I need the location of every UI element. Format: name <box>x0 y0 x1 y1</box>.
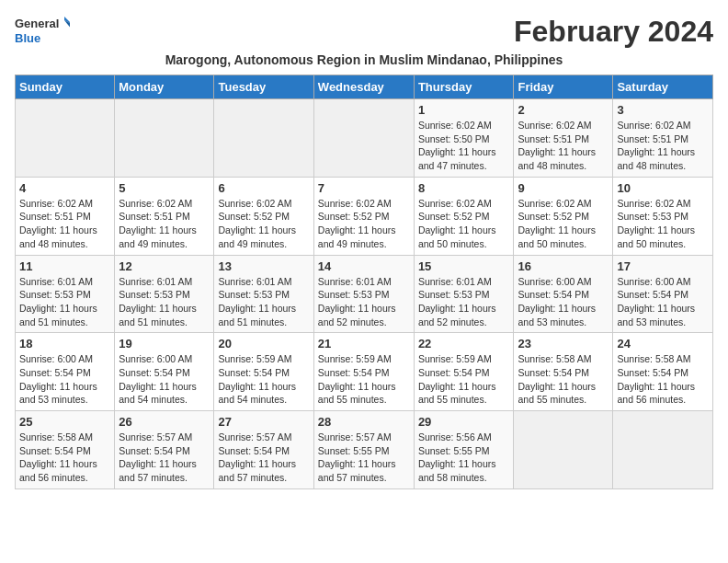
logo-svg: General Blue <box>15 15 70 48</box>
calendar-cell: 18Sunrise: 6:00 AMSunset: 5:54 PMDayligh… <box>16 333 115 411</box>
calendar-cell: 11Sunrise: 6:01 AMSunset: 5:53 PMDayligh… <box>16 255 115 333</box>
day-info: Sunrise: 6:00 AMSunset: 5:54 PMDaylight:… <box>518 275 609 329</box>
day-number: 28 <box>318 415 410 429</box>
calendar-cell: 23Sunrise: 5:58 AMSunset: 5:54 PMDayligh… <box>514 333 613 411</box>
day-info: Sunrise: 5:57 AMSunset: 5:55 PMDaylight:… <box>318 431 410 485</box>
day-info: Sunrise: 5:58 AMSunset: 5:54 PMDaylight:… <box>518 352 609 407</box>
month-title: February 2024 <box>514 15 713 49</box>
calendar-cell: 8Sunrise: 6:02 AMSunset: 5:52 PMDaylight… <box>414 177 514 255</box>
day-number: 22 <box>418 337 510 350</box>
day-info: Sunrise: 5:59 AMSunset: 5:54 PMDaylight:… <box>318 352 410 407</box>
day-number: 16 <box>518 259 609 273</box>
calendar-cell: 16Sunrise: 6:00 AMSunset: 5:54 PMDayligh… <box>514 255 613 333</box>
calendar-cell: 19Sunrise: 6:00 AMSunset: 5:54 PMDayligh… <box>115 333 214 411</box>
calendar-cell: 28Sunrise: 5:57 AMSunset: 5:55 PMDayligh… <box>313 411 414 489</box>
day-number: 3 <box>617 103 709 117</box>
day-info: Sunrise: 6:02 AMSunset: 5:52 PMDaylight:… <box>418 197 510 251</box>
day-number: 25 <box>19 415 110 429</box>
weekday-thursday: Thursday <box>414 75 514 99</box>
calendar-cell <box>613 411 713 489</box>
day-info: Sunrise: 6:00 AMSunset: 5:54 PMDaylight:… <box>19 352 110 407</box>
calendar-cell: 26Sunrise: 5:57 AMSunset: 5:54 PMDayligh… <box>115 411 214 489</box>
day-number: 15 <box>418 259 510 273</box>
day-info: Sunrise: 6:02 AMSunset: 5:51 PMDaylight:… <box>518 119 609 173</box>
day-number: 27 <box>218 415 309 429</box>
day-info: Sunrise: 6:01 AMSunset: 5:53 PMDaylight:… <box>19 275 110 329</box>
weekday-wednesday: Wednesday <box>313 75 414 99</box>
calendar-cell: 15Sunrise: 6:01 AMSunset: 5:53 PMDayligh… <box>414 255 514 333</box>
day-number: 8 <box>418 181 510 195</box>
calendar-cell: 25Sunrise: 5:58 AMSunset: 5:54 PMDayligh… <box>16 411 115 489</box>
day-info: Sunrise: 6:02 AMSunset: 5:52 PMDaylight:… <box>218 197 309 251</box>
day-info: Sunrise: 5:56 AMSunset: 5:55 PMDaylight:… <box>418 431 510 485</box>
day-info: Sunrise: 6:01 AMSunset: 5:53 PMDaylight:… <box>418 275 510 329</box>
day-info: Sunrise: 6:00 AMSunset: 5:54 PMDaylight:… <box>119 352 210 407</box>
calendar-cell <box>16 99 115 178</box>
day-info: Sunrise: 6:02 AMSunset: 5:51 PMDaylight:… <box>19 197 110 251</box>
day-number: 10 <box>617 181 709 195</box>
day-number: 1 <box>418 103 510 117</box>
calendar-cell: 1Sunrise: 6:02 AMSunset: 5:50 PMDaylight… <box>414 99 514 178</box>
day-info: Sunrise: 5:58 AMSunset: 5:54 PMDaylight:… <box>617 352 709 407</box>
calendar: SundayMondayTuesdayWednesdayThursdayFrid… <box>15 75 713 489</box>
day-info: Sunrise: 6:02 AMSunset: 5:52 PMDaylight:… <box>518 197 609 251</box>
day-number: 9 <box>518 181 609 195</box>
day-number: 11 <box>19 259 110 273</box>
calendar-cell: 5Sunrise: 6:02 AMSunset: 5:51 PMDaylight… <box>115 177 214 255</box>
calendar-cell: 3Sunrise: 6:02 AMSunset: 5:51 PMDaylight… <box>613 99 713 178</box>
calendar-cell: 22Sunrise: 5:59 AMSunset: 5:54 PMDayligh… <box>414 333 514 411</box>
day-info: Sunrise: 6:01 AMSunset: 5:53 PMDaylight:… <box>119 275 210 329</box>
calendar-cell <box>313 99 414 178</box>
svg-text:Blue: Blue <box>15 31 40 45</box>
day-number: 17 <box>617 259 709 273</box>
calendar-cell: 9Sunrise: 6:02 AMSunset: 5:52 PMDaylight… <box>514 177 613 255</box>
day-number: 26 <box>119 415 210 429</box>
calendar-cell: 6Sunrise: 6:02 AMSunset: 5:52 PMDaylight… <box>214 177 313 255</box>
weekday-monday: Monday <box>115 75 214 99</box>
calendar-cell: 10Sunrise: 6:02 AMSunset: 5:53 PMDayligh… <box>613 177 713 255</box>
calendar-cell: 29Sunrise: 5:56 AMSunset: 5:55 PMDayligh… <box>414 411 514 489</box>
subtitle: Marogong, Autonomous Region in Muslim Mi… <box>15 52 713 67</box>
calendar-cell: 7Sunrise: 6:02 AMSunset: 5:52 PMDaylight… <box>313 177 414 255</box>
calendar-cell: 20Sunrise: 5:59 AMSunset: 5:54 PMDayligh… <box>214 333 313 411</box>
day-number: 18 <box>19 337 110 350</box>
day-info: Sunrise: 6:02 AMSunset: 5:53 PMDaylight:… <box>617 197 709 251</box>
calendar-cell: 17Sunrise: 6:00 AMSunset: 5:54 PMDayligh… <box>613 255 713 333</box>
svg-text:General: General <box>15 17 59 30</box>
calendar-cell <box>115 99 214 178</box>
calendar-cell: 12Sunrise: 6:01 AMSunset: 5:53 PMDayligh… <box>115 255 214 333</box>
day-info: Sunrise: 6:01 AMSunset: 5:53 PMDaylight:… <box>318 275 410 329</box>
logo: General Blue <box>15 15 70 48</box>
day-number: 24 <box>617 337 709 350</box>
day-number: 23 <box>518 337 609 350</box>
calendar-cell: 4Sunrise: 6:02 AMSunset: 5:51 PMDaylight… <box>16 177 115 255</box>
day-number: 12 <box>119 259 210 273</box>
weekday-sunday: Sunday <box>16 75 115 99</box>
day-info: Sunrise: 5:59 AMSunset: 5:54 PMDaylight:… <box>218 352 309 407</box>
day-number: 5 <box>119 181 210 195</box>
day-info: Sunrise: 5:58 AMSunset: 5:54 PMDaylight:… <box>19 431 110 485</box>
day-number: 2 <box>518 103 609 117</box>
day-info: Sunrise: 6:01 AMSunset: 5:53 PMDaylight:… <box>218 275 309 329</box>
calendar-cell <box>514 411 613 489</box>
day-info: Sunrise: 6:00 AMSunset: 5:54 PMDaylight:… <box>617 275 709 329</box>
calendar-cell <box>214 99 313 178</box>
day-info: Sunrise: 6:02 AMSunset: 5:52 PMDaylight:… <box>318 197 410 251</box>
day-info: Sunrise: 5:59 AMSunset: 5:54 PMDaylight:… <box>418 352 510 407</box>
calendar-cell: 13Sunrise: 6:01 AMSunset: 5:53 PMDayligh… <box>214 255 313 333</box>
day-info: Sunrise: 5:57 AMSunset: 5:54 PMDaylight:… <box>218 431 309 485</box>
calendar-cell: 14Sunrise: 6:01 AMSunset: 5:53 PMDayligh… <box>313 255 414 333</box>
day-number: 13 <box>218 259 309 273</box>
weekday-tuesday: Tuesday <box>214 75 313 99</box>
calendar-cell: 27Sunrise: 5:57 AMSunset: 5:54 PMDayligh… <box>214 411 313 489</box>
weekday-saturday: Saturday <box>613 75 713 99</box>
day-number: 21 <box>318 337 410 350</box>
day-info: Sunrise: 5:57 AMSunset: 5:54 PMDaylight:… <box>119 431 210 485</box>
calendar-cell: 21Sunrise: 5:59 AMSunset: 5:54 PMDayligh… <box>313 333 414 411</box>
day-number: 14 <box>318 259 410 273</box>
day-number: 20 <box>218 337 309 350</box>
calendar-cell: 24Sunrise: 5:58 AMSunset: 5:54 PMDayligh… <box>613 333 713 411</box>
weekday-friday: Friday <box>514 75 613 99</box>
day-number: 29 <box>418 415 510 429</box>
day-number: 6 <box>218 181 309 195</box>
